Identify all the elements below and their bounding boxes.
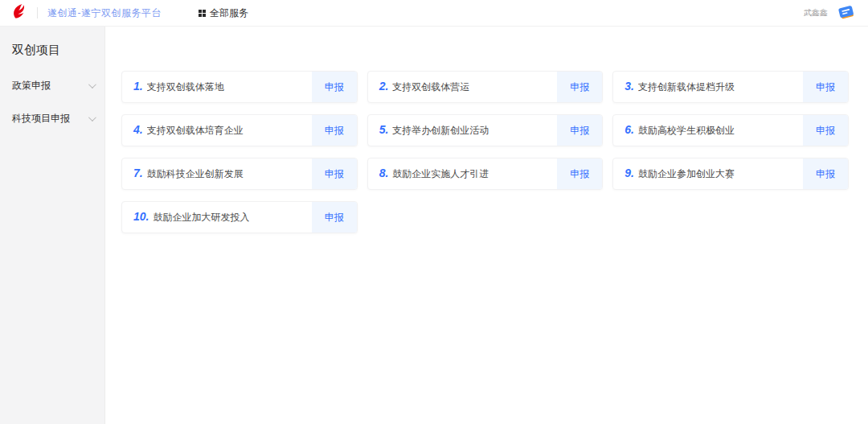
sidebar: 双创项目 政策申报 科技项目申报 <box>0 27 105 424</box>
project-card-body: 2. 支持双创载体营运 <box>368 80 558 94</box>
apply-button[interactable]: 申报 <box>557 158 602 189</box>
card-title: 鼓励企业参加创业大赛 <box>638 167 735 181</box>
project-grid: 1. 支持双创载体落地 申报 2. 支持双创载体营运 申报 3. 支持创新载体提… <box>121 71 849 233</box>
card-number: 5. <box>379 123 389 136</box>
sidebar-item-policy-apply[interactable]: 政策申报 <box>0 69 104 102</box>
project-card: 5. 支持举办创新创业活动 申报 <box>367 114 604 146</box>
project-card-body: 10. 鼓励企业加大研发投入 <box>122 210 312 224</box>
project-card: 6. 鼓励高校学生积极创业 申报 <box>612 114 849 146</box>
card-number: 4. <box>133 123 143 136</box>
card-title: 支持双创载体落地 <box>147 80 224 94</box>
card-title: 支持双创载体营运 <box>392 80 469 94</box>
sidebar-title: 双创项目 <box>0 36 104 69</box>
project-card: 10. 鼓励企业加大研发投入 申报 <box>121 201 358 233</box>
apply-button[interactable]: 申报 <box>803 158 848 189</box>
sidebar-item-label: 政策申报 <box>12 79 51 93</box>
brand-link[interactable]: 遂创通-遂宁双创服务平台 <box>47 6 162 20</box>
card-number: 8. <box>379 167 389 179</box>
project-card: 9. 鼓励企业参加创业大赛 申报 <box>612 158 849 190</box>
header-right: 武鑫鑫 <box>804 3 857 23</box>
sidebar-item-label: 科技项目申报 <box>12 112 70 126</box>
app-logo[interactable] <box>8 3 29 23</box>
card-number: 1. <box>133 80 143 93</box>
main-area: 1. 支持双创载体落地 申报 2. 支持双创载体营运 申报 3. 支持创新载体提… <box>105 27 868 424</box>
card-number: 7. <box>133 167 143 179</box>
project-card-body: 6. 鼓励高校学生积极创业 <box>613 123 803 138</box>
chevron-down-icon <box>88 80 96 89</box>
card-title: 鼓励高校学生积极创业 <box>638 124 735 138</box>
content: 双创项目 政策申报 科技项目申报 1. 支持双创载体落地 申报 2. 支持双创载… <box>0 27 868 424</box>
card-title: 支持双创载体培育企业 <box>147 124 244 138</box>
apply-button[interactable]: 申报 <box>803 72 848 102</box>
card-number: 10. <box>133 210 149 223</box>
apply-button[interactable]: 申报 <box>312 202 357 233</box>
apply-button[interactable]: 申报 <box>557 115 602 146</box>
workbench-icon[interactable] <box>836 3 857 23</box>
project-card: 1. 支持双创载体落地 申报 <box>121 71 358 103</box>
project-card: 7. 鼓励科技企业创新发展 申报 <box>121 158 358 190</box>
project-card: 3. 支持创新载体提档升级 申报 <box>612 71 849 103</box>
nav-all-services[interactable]: 全部服务 <box>199 6 248 20</box>
all-services-label: 全部服务 <box>210 6 248 20</box>
header-divider <box>37 7 38 19</box>
project-card-body: 3. 支持创新载体提档升级 <box>613 80 803 94</box>
app-grid-icon <box>199 10 206 17</box>
card-number: 6. <box>624 123 634 136</box>
card-number: 9. <box>624 167 634 179</box>
project-card-body: 9. 鼓励企业参加创业大赛 <box>613 167 803 181</box>
card-title: 支持创新载体提档升级 <box>638 80 735 94</box>
card-title: 鼓励企业实施人才引进 <box>392 167 489 181</box>
apply-button[interactable]: 申报 <box>803 115 848 146</box>
logo-flame-icon <box>10 2 27 23</box>
page: 遂创通-遂宁双创服务平台 全部服务 武鑫鑫 <box>0 0 868 424</box>
project-card-body: 5. 支持举办创新创业活动 <box>368 123 558 138</box>
apply-button[interactable]: 申报 <box>557 72 602 102</box>
project-card: 2. 支持双创载体营运 申报 <box>367 71 604 103</box>
card-number: 2. <box>379 80 389 93</box>
project-card: 4. 支持双创载体培育企业 申报 <box>121 114 358 146</box>
apply-button[interactable]: 申报 <box>312 115 357 146</box>
project-card-body: 7. 鼓励科技企业创新发展 <box>122 167 312 181</box>
chevron-down-icon <box>88 113 96 121</box>
project-card-body: 4. 支持双创载体培育企业 <box>122 123 312 138</box>
card-title: 鼓励企业加大研发投入 <box>153 211 249 224</box>
card-title: 鼓励科技企业创新发展 <box>147 167 244 181</box>
username[interactable]: 武鑫鑫 <box>804 7 828 19</box>
apply-button[interactable]: 申报 <box>312 72 357 102</box>
top-header: 遂创通-遂宁双创服务平台 全部服务 武鑫鑫 <box>0 0 868 27</box>
project-card-body: 1. 支持双创载体落地 <box>122 80 312 94</box>
apply-button[interactable]: 申报 <box>312 158 357 189</box>
card-number: 3. <box>624 80 634 93</box>
card-title: 支持举办创新创业活动 <box>392 124 489 138</box>
project-card: 8. 鼓励企业实施人才引进 申报 <box>367 158 604 190</box>
project-card-body: 8. 鼓励企业实施人才引进 <box>368 167 558 181</box>
sidebar-item-tech-project-apply[interactable]: 科技项目申报 <box>0 102 104 135</box>
